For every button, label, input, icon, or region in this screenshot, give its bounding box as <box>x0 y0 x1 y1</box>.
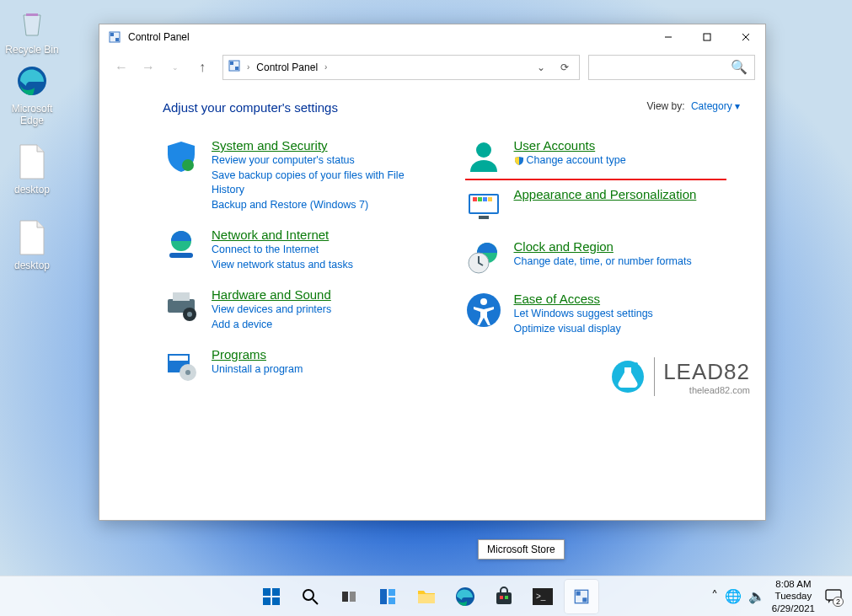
tooltip: Microsoft Store <box>478 539 565 560</box>
accessibility-icon <box>465 292 502 329</box>
svg-rect-15 <box>173 292 190 301</box>
address-bar[interactable]: › Control Panel › ⌄ ⟳ <box>222 55 580 80</box>
tray-overflow-icon[interactable]: ˄ <box>711 588 718 604</box>
svg-line-42 <box>313 599 318 604</box>
category-programs: Programs Uninstall a program <box>163 347 440 384</box>
svg-rect-27 <box>483 197 487 201</box>
svg-rect-56 <box>576 591 580 595</box>
file-explorer-button[interactable] <box>410 580 443 613</box>
category-network: Network and Internet Connect to the Inte… <box>163 228 440 272</box>
control-panel-icon <box>108 30 121 44</box>
edge-button[interactable] <box>448 580 482 613</box>
category-link[interactable]: Review your computer's status <box>212 153 440 169</box>
svg-rect-38 <box>272 588 280 596</box>
category-link[interactable]: Add a device <box>212 318 331 333</box>
svg-rect-3 <box>115 38 119 41</box>
category-link[interactable]: Save backup copies of your files with Fi… <box>212 169 440 198</box>
svg-rect-45 <box>380 589 387 604</box>
system-tray[interactable]: ˄ 🌐 🔈 <box>711 588 765 604</box>
store-button[interactable] <box>487 580 521 613</box>
category-clock: Clock and Region Change date, time, or n… <box>465 239 742 276</box>
desktop-icon-file-2[interactable]: desktop <box>0 217 64 271</box>
svg-rect-10 <box>235 67 238 70</box>
svg-rect-13 <box>169 253 193 258</box>
desktop-icon-label: desktop <box>14 184 50 196</box>
category-title[interactable]: Hardware and Sound <box>212 287 331 302</box>
chevron-right-icon[interactable]: › <box>324 62 327 72</box>
category-link[interactable]: Connect to the Internet <box>212 243 353 258</box>
widgets-button[interactable] <box>371 580 405 613</box>
terminal-button[interactable]: >_ <box>526 580 560 613</box>
category-link[interactable]: View network status and tasks <box>212 258 353 273</box>
task-view-button[interactable] <box>332 580 366 613</box>
search-icon[interactable]: 🔍 <box>731 59 748 75</box>
desktop-icon-file-1[interactable]: desktop <box>0 142 64 196</box>
flask-icon <box>610 359 646 394</box>
shield-icon <box>163 138 200 175</box>
file-icon <box>12 217 52 258</box>
desktop-icon-label: Microsoft Edge <box>12 103 53 126</box>
breadcrumb-item[interactable]: Control Panel <box>256 62 318 73</box>
category-title[interactable]: Clock and Region <box>514 239 614 254</box>
desktop-icon-label: Recycle Bin <box>5 44 58 56</box>
volume-icon[interactable]: 🔈 <box>748 588 765 604</box>
taskbar-right: ˄ 🌐 🔈 8:08 AM Tuesday 6/29/2021 2 <box>711 576 845 616</box>
left-column: System and Security Review your computer… <box>163 138 440 399</box>
category-title[interactable]: Appearance and Personalization <box>514 187 697 201</box>
category-title[interactable]: System and Security <box>212 138 328 153</box>
control-panel-taskbar-button[interactable] <box>565 580 598 613</box>
view-by-dropdown[interactable]: Category ▾ <box>691 100 740 112</box>
maximize-button[interactable] <box>688 24 726 50</box>
svg-rect-39 <box>263 597 271 605</box>
title-bar[interactable]: Control Panel <box>99 24 765 50</box>
category-link[interactable]: View devices and printers <box>212 303 331 318</box>
chevron-right-icon[interactable]: › <box>247 62 249 72</box>
category-title[interactable]: Ease of Access <box>514 292 601 306</box>
category-link[interactable]: Change account type <box>514 153 626 169</box>
search-button[interactable] <box>293 580 327 613</box>
minimize-button[interactable] <box>649 24 688 50</box>
search-input[interactable] <box>596 62 731 73</box>
desktop-icon-edge[interactable]: Microsoft Edge <box>0 61 64 126</box>
desktop-icon-recycle-bin[interactable]: Recycle Bin <box>0 2 64 56</box>
svg-rect-57 <box>582 597 587 602</box>
svg-rect-51 <box>500 596 503 599</box>
category-title[interactable]: Programs <box>212 347 266 362</box>
svg-rect-37 <box>263 588 271 596</box>
forward-button[interactable]: → <box>137 56 160 79</box>
svg-rect-5 <box>704 34 710 40</box>
category-link[interactable]: Uninstall a program <box>212 362 303 378</box>
window-controls <box>649 24 765 50</box>
address-dropdown[interactable]: ⌄ <box>532 56 550 79</box>
category-hardware: Hardware and Sound View devices and prin… <box>163 287 440 332</box>
recycle-bin-icon <box>12 2 52 42</box>
category-link[interactable]: Backup and Restore (Windows 7) <box>212 198 440 213</box>
svg-rect-46 <box>388 589 395 596</box>
close-button[interactable] <box>726 24 765 50</box>
back-button[interactable]: ← <box>110 56 133 79</box>
svg-rect-48 <box>418 594 435 603</box>
category-user-accounts: User Accounts Change account type <box>465 138 742 175</box>
svg-rect-26 <box>478 197 482 201</box>
category-link[interactable]: Optimize visual display <box>514 322 653 337</box>
notification-button[interactable]: 2 <box>822 585 845 608</box>
printer-icon <box>163 287 200 324</box>
category-link[interactable]: Let Windows suggest settings <box>514 307 653 322</box>
start-button[interactable] <box>255 580 288 613</box>
svg-rect-43 <box>342 592 348 602</box>
svg-rect-47 <box>388 597 395 604</box>
svg-point-21 <box>185 370 190 375</box>
desktop-icon-label: desktop <box>14 260 50 271</box>
category-title[interactable]: User Accounts <box>514 138 596 153</box>
category-title[interactable]: Network and Internet <box>212 228 329 242</box>
clock-date: 6/29/2021 <box>772 603 815 614</box>
svg-rect-19 <box>169 356 188 361</box>
search-box[interactable]: 🔍 <box>588 55 755 80</box>
refresh-button[interactable]: ⟳ <box>555 56 574 79</box>
category-link[interactable]: Change date, time, or number formats <box>514 254 692 270</box>
recent-dropdown[interactable]: ⌄ <box>163 56 187 79</box>
svg-point-35 <box>635 362 638 366</box>
network-icon[interactable]: 🌐 <box>725 588 742 604</box>
taskbar-clock[interactable]: 8:08 AM Tuesday 6/29/2021 <box>772 578 815 614</box>
up-button[interactable]: ↑ <box>190 56 214 79</box>
